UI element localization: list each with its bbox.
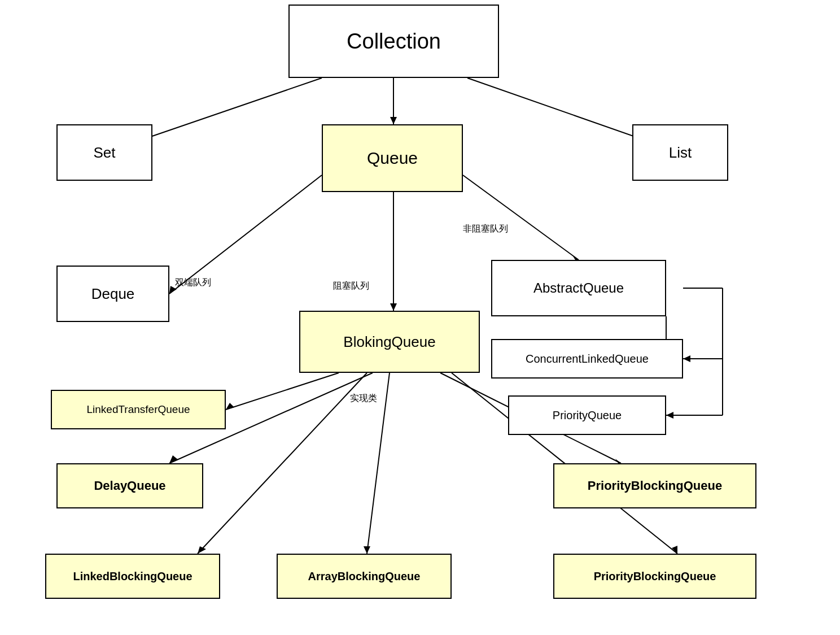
diagram-container: Collection Set Queue List Deque Abstract… [0,0,840,635]
node-priorityqueue: PriorityQueue [508,395,666,435]
node-concurrentlinkedqueue: ConcurrentLinkedQueue [491,339,683,379]
node-linkedtransferqueue: LinkedTransferQueue [51,390,226,429]
node-priorityblockingqueue-top: PriorityBlockingQueue [553,463,756,508]
svg-line-10 [463,175,579,260]
node-delayqueue: DelayQueue [56,463,203,508]
svg-marker-31 [672,546,677,554]
node-list: List [632,124,728,181]
node-linkedblockingqueue: LinkedBlockingQueue [45,554,220,599]
svg-marker-1 [390,117,397,124]
label-impl: 实现类 [350,393,377,405]
svg-line-6 [169,175,322,294]
node-blockingqueue: BlokingQueue [299,311,480,373]
node-abstractqueue: AbstractQueue [491,260,666,316]
node-priorityblockingqueue-bot: PriorityBlockingQueue [553,554,756,599]
node-collection: Collection [288,5,499,78]
svg-marker-25 [364,546,370,554]
svg-line-20 [226,373,339,410]
svg-marker-21 [226,403,234,410]
svg-marker-23 [169,455,178,463]
svg-marker-9 [390,303,397,311]
svg-marker-16 [683,355,690,362]
label-blocking: 阻塞队列 [333,280,369,292]
svg-marker-29 [198,546,206,554]
node-deque: Deque [56,266,169,322]
node-set: Set [56,124,152,181]
label-nonblocking: 非阻塞队列 [463,223,508,235]
node-arrayblockingqueue: ArrayBlockingQueue [277,554,452,599]
label-deque: 双端队列 [175,277,211,289]
node-queue: Queue [322,124,463,192]
svg-marker-19 [666,412,673,419]
